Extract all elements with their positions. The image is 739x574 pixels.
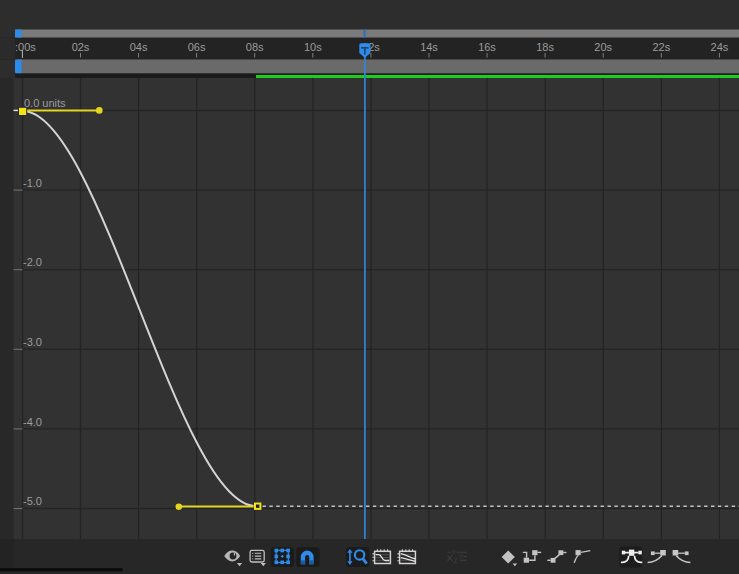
svg-text:-1.0: -1.0 — [23, 177, 42, 189]
svg-text:20s: 20s — [594, 41, 612, 53]
svg-text:-3.0: -3.0 — [23, 336, 42, 348]
svg-text:08s: 08s — [246, 41, 264, 53]
svg-text:24s: 24s — [711, 41, 729, 53]
svg-text:-5.0: -5.0 — [23, 495, 42, 507]
svg-text:Z: Z — [454, 557, 459, 564]
svg-text:02s: 02s — [72, 41, 90, 53]
svg-text:06s: 06s — [188, 41, 206, 53]
svg-text:22s: 22s — [652, 41, 670, 53]
svg-text:18s: 18s — [536, 41, 554, 53]
svg-text:X: X — [451, 549, 456, 556]
svg-text:04s: 04s — [130, 41, 148, 53]
svg-text:0.0 units: 0.0 units — [24, 97, 66, 109]
svg-text:16s: 16s — [478, 41, 496, 53]
svg-text:-4.0: -4.0 — [23, 416, 42, 428]
svg-text:10s: 10s — [304, 41, 322, 53]
svg-text:Y: Y — [458, 553, 463, 560]
svg-text:14s: 14s — [420, 41, 438, 53]
svg-text:-2.0: -2.0 — [23, 256, 42, 268]
